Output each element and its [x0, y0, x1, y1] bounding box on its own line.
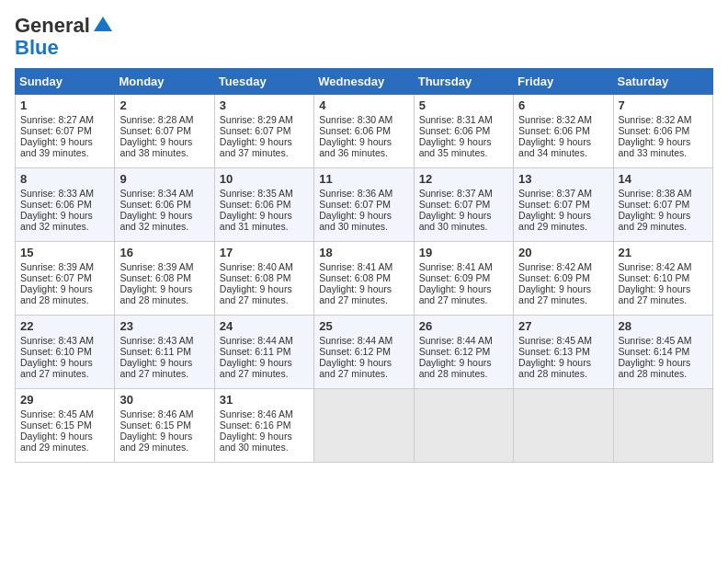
sunrise-label: Sunrise: 8:42 AM	[518, 261, 592, 272]
daylight-label: Daylight: 9 hours and 28 minutes.	[619, 357, 691, 379]
sunrise-label: Sunrise: 8:46 AM	[119, 408, 193, 419]
sunset-label: Sunset: 6:06 PM	[119, 199, 191, 210]
calendar-cell: 3 Sunrise: 8:29 AM Sunset: 6:07 PM Dayli…	[214, 95, 313, 168]
daylight-label: Daylight: 9 hours and 36 minutes.	[319, 136, 392, 158]
weekday-header: Thursday	[414, 69, 513, 95]
daylight-label: Daylight: 9 hours and 28 minutes.	[518, 357, 591, 379]
svg-marker-0	[94, 17, 112, 31]
sunrise-label: Sunrise: 8:46 AM	[220, 408, 293, 419]
weekday-header-row: SundayMondayTuesdayWednesdayThursdayFrid…	[16, 69, 713, 95]
calendar-cell	[314, 389, 414, 463]
daylight-label: Daylight: 9 hours and 27 minutes.	[419, 283, 492, 305]
calendar-cell: 16 Sunrise: 8:39 AM Sunset: 6:08 PM Dayl…	[115, 242, 214, 316]
day-number: 5	[419, 98, 508, 112]
sunrise-label: Sunrise: 8:41 AM	[419, 261, 493, 272]
calendar-cell: 22 Sunrise: 8:43 AM Sunset: 6:10 PM Dayl…	[16, 316, 115, 389]
day-number: 15	[20, 246, 109, 259]
day-number: 1	[20, 98, 109, 112]
weekday-header: Friday	[514, 69, 613, 95]
sunrise-label: Sunrise: 8:43 AM	[119, 335, 193, 346]
sunrise-label: Sunrise: 8:32 AM	[518, 114, 592, 125]
daylight-label: Daylight: 9 hours and 33 minutes.	[619, 136, 691, 158]
sunset-label: Sunset: 6:07 PM	[419, 199, 491, 210]
day-number: 6	[518, 98, 608, 112]
calendar-cell: 4 Sunrise: 8:30 AM Sunset: 6:06 PM Dayli…	[314, 95, 414, 168]
logo-icon	[92, 13, 112, 33]
daylight-label: Daylight: 9 hours and 27 minutes.	[119, 357, 192, 379]
daylight-label: Daylight: 9 hours and 30 minutes.	[220, 431, 292, 453]
sunrise-label: Sunrise: 8:35 AM	[220, 188, 293, 199]
day-number: 4	[319, 98, 408, 112]
calendar-cell: 2 Sunrise: 8:28 AM Sunset: 6:07 PM Dayli…	[115, 95, 214, 168]
sunset-label: Sunset: 6:07 PM	[518, 199, 590, 210]
day-number: 7	[619, 98, 708, 112]
daylight-label: Daylight: 9 hours and 32 minutes.	[20, 210, 93, 232]
daylight-label: Daylight: 9 hours and 31 minutes.	[220, 210, 292, 232]
sunset-label: Sunset: 6:10 PM	[20, 346, 92, 357]
calendar-cell: 23 Sunrise: 8:43 AM Sunset: 6:11 PM Dayl…	[115, 316, 214, 389]
sunset-label: Sunset: 6:06 PM	[20, 199, 92, 210]
calendar-cell: 26 Sunrise: 8:44 AM Sunset: 6:12 PM Dayl…	[414, 316, 513, 389]
sunrise-label: Sunrise: 8:44 AM	[419, 335, 493, 346]
sunset-label: Sunset: 6:09 PM	[518, 272, 590, 283]
day-number: 18	[319, 246, 408, 259]
calendar-cell: 7 Sunrise: 8:32 AM Sunset: 6:06 PM Dayli…	[613, 95, 712, 168]
day-number: 27	[518, 319, 608, 333]
calendar-cell	[514, 389, 613, 463]
sunrise-label: Sunrise: 8:38 AM	[619, 188, 692, 199]
calendar-cell: 30 Sunrise: 8:46 AM Sunset: 6:15 PM Dayl…	[115, 389, 214, 463]
sunset-label: Sunset: 6:16 PM	[220, 419, 291, 431]
sunset-label: Sunset: 6:07 PM	[20, 272, 92, 283]
calendar-cell: 6 Sunrise: 8:32 AM Sunset: 6:06 PM Dayli…	[514, 95, 613, 168]
daylight-label: Daylight: 9 hours and 30 minutes.	[419, 210, 492, 232]
sunset-label: Sunset: 6:07 PM	[220, 125, 291, 136]
sunrise-label: Sunrise: 8:45 AM	[518, 335, 592, 346]
day-number: 3	[220, 98, 309, 112]
sunrise-label: Sunrise: 8:29 AM	[220, 114, 293, 125]
page-header: GeneralBlue	[15, 15, 713, 59]
daylight-label: Daylight: 9 hours and 37 minutes.	[220, 136, 292, 158]
sunrise-label: Sunrise: 8:42 AM	[619, 261, 692, 272]
sunset-label: Sunset: 6:11 PM	[119, 346, 191, 357]
calendar-cell	[613, 389, 712, 463]
sunrise-label: Sunrise: 8:43 AM	[20, 335, 94, 346]
daylight-label: Daylight: 9 hours and 27 minutes.	[518, 283, 591, 305]
sunset-label: Sunset: 6:07 PM	[119, 125, 191, 136]
calendar-cell	[414, 389, 513, 463]
weekday-header: Monday	[115, 69, 214, 95]
sunrise-label: Sunrise: 8:27 AM	[20, 114, 94, 125]
sunrise-label: Sunrise: 8:44 AM	[220, 335, 293, 346]
logo: GeneralBlue	[15, 15, 112, 59]
calendar-cell: 27 Sunrise: 8:45 AM Sunset: 6:13 PM Dayl…	[514, 316, 613, 389]
weekday-header: Wednesday	[314, 69, 414, 95]
calendar-cell: 13 Sunrise: 8:37 AM Sunset: 6:07 PM Dayl…	[514, 168, 613, 242]
sunset-label: Sunset: 6:09 PM	[419, 272, 491, 283]
sunset-label: Sunset: 6:08 PM	[119, 272, 191, 283]
calendar-cell: 8 Sunrise: 8:33 AM Sunset: 6:06 PM Dayli…	[16, 168, 115, 242]
day-number: 16	[119, 246, 209, 259]
calendar-cell: 28 Sunrise: 8:45 AM Sunset: 6:14 PM Dayl…	[613, 316, 712, 389]
weekday-header: Tuesday	[214, 69, 313, 95]
sunrise-label: Sunrise: 8:41 AM	[319, 261, 392, 272]
calendar-table: SundayMondayTuesdayWednesdayThursdayFrid…	[15, 68, 713, 463]
daylight-label: Daylight: 9 hours and 27 minutes.	[220, 283, 292, 305]
sunset-label: Sunset: 6:15 PM	[20, 419, 92, 431]
sunset-label: Sunset: 6:07 PM	[319, 199, 391, 210]
sunset-label: Sunset: 6:07 PM	[20, 125, 92, 136]
day-number: 11	[319, 172, 408, 186]
daylight-label: Daylight: 9 hours and 28 minutes.	[20, 283, 93, 305]
sunrise-label: Sunrise: 8:28 AM	[119, 114, 193, 125]
daylight-label: Daylight: 9 hours and 29 minutes.	[518, 210, 591, 232]
weekday-header: Saturday	[613, 69, 712, 95]
sunrise-label: Sunrise: 8:31 AM	[419, 114, 493, 125]
day-number: 9	[119, 172, 209, 186]
sunrise-label: Sunrise: 8:37 AM	[419, 188, 493, 199]
weekday-header: Sunday	[16, 69, 115, 95]
sunrise-label: Sunrise: 8:39 AM	[20, 261, 94, 272]
calendar-cell: 15 Sunrise: 8:39 AM Sunset: 6:07 PM Dayl…	[16, 242, 115, 316]
day-number: 22	[20, 319, 109, 333]
calendar-cell: 24 Sunrise: 8:44 AM Sunset: 6:11 PM Dayl…	[214, 316, 313, 389]
daylight-label: Daylight: 9 hours and 27 minutes.	[220, 357, 292, 379]
sunrise-label: Sunrise: 8:45 AM	[619, 335, 692, 346]
day-number: 26	[419, 319, 508, 333]
